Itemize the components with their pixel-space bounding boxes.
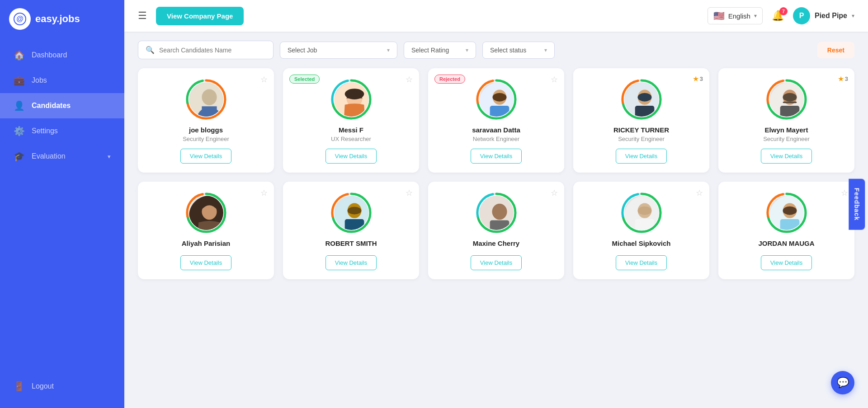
svg-point-6 [202,89,217,105]
select-job-label: Select Job [288,47,317,54]
sidebar-item-settings[interactable]: ⚙️ Settings [0,118,124,144]
sidebar-item-dashboard[interactable]: 🏠 Dashboard [0,42,124,68]
language-selector[interactable]: 🇺🇸 English ▾ [708,7,763,24]
view-details-button[interactable]: View Details [326,255,377,270]
search-input[interactable] [159,47,266,54]
favorite-star[interactable]: ☆ [841,188,848,198]
candidate-name: saravaan Datta [472,126,520,134]
sidebar-item-evaluation[interactable]: 🎓 Evaluation ▾ [0,144,124,169]
header: ☰ View Company Page 🇺🇸 English ▾ 🔔 7 P P… [124,0,868,32]
avatar [479,82,514,117]
favorite-star[interactable]: ☆ [696,188,703,198]
svg-rect-54 [490,220,509,230]
svg-rect-27 [635,106,654,117]
avatar [334,196,368,230]
star-count: 3 [845,75,848,82]
candidate-card: ☆ Michael Sipkovich View Details [573,182,709,279]
chat-button[interactable]: 💬 [831,371,854,394]
sidebar-label-settings: Settings [32,127,58,135]
feedback-button[interactable]: Feedback [849,178,865,230]
view-details-button[interactable]: View Details [471,149,522,164]
svg-rect-8 [202,106,217,117]
favorite-star[interactable]: ☆ [406,75,413,84]
candidate-name: joe bloggs [189,126,223,134]
view-details-button[interactable]: View Details [616,255,667,270]
logout-icon: 🚪 [14,381,24,392]
search-icon: 🔍 [146,46,155,54]
avatar-ring [331,79,372,120]
sidebar-item-logout[interactable]: 🚪 Logout [0,374,124,399]
candidate-role: Network Engineer [473,136,519,142]
svg-point-21 [492,93,506,102]
settings-icon: ⚙️ [14,126,24,136]
avatar-ring [621,79,662,120]
view-details-button[interactable]: View Details [180,255,231,270]
notification-bell[interactable]: 🔔 7 [772,10,784,22]
sidebar-label-jobs: Jobs [32,76,47,84]
sidebar-item-candidates[interactable]: 👤 Candidates [0,93,124,118]
sidebar-label-evaluation: Evaluation [32,152,66,160]
avatar [769,196,804,230]
star-count: 3 [700,75,703,82]
reset-button[interactable]: Reset [817,42,854,58]
avatar-ring [331,192,372,233]
select-status-dropdown[interactable]: Select status ▾ [482,42,555,59]
flag-icon: 🇺🇸 [713,10,725,21]
view-details-button[interactable]: View Details [326,149,377,164]
candidate-card: ☆ joe bloggs Security Engineer View Deta… [138,68,274,173]
view-details-button[interactable]: View Details [761,149,812,164]
view-details-button[interactable]: View Details [180,149,231,164]
candidate-name: RICKEY TURNER [613,126,669,134]
candidate-role: Security Engineer [618,136,665,142]
select-rating-dropdown[interactable]: Select Rating ▾ [404,42,476,59]
view-company-button[interactable]: View Company Page [156,7,244,25]
avatar-ring [766,79,807,120]
avatar: P [793,7,810,24]
view-details-button[interactable]: View Details [761,255,812,270]
avatar-ring [476,79,517,120]
favorite-star[interactable]: ☆ [551,75,558,84]
menu-icon[interactable]: ☰ [138,10,147,22]
candidate-name: Messi F [339,126,363,134]
evaluation-icon: 🎓 [14,151,24,162]
sidebar-nav: 🏠 Dashboard 💼 Jobs 👤 Candidates ⚙️ Setti… [0,42,124,374]
candidates-grid-row1: ☆ joe bloggs Security Engineer View Deta… [138,68,854,173]
search-box[interactable]: 🔍 [138,41,274,59]
svg-rect-67 [780,219,799,230]
star-icon: ★ [693,75,699,83]
svg-point-48 [347,207,361,215]
svg-rect-36 [783,102,797,103]
sidebar: @ easy.jobs 🏠 Dashboard 💼 Jobs 👤 Candida… [0,0,124,408]
candidate-card: ☆ JORDAN MAUGA View Details [718,182,854,279]
favorite-star[interactable]: ☆ [260,188,268,198]
candidate-card: ★ 3 Elwyn Mayert Security Engineer View … [718,68,854,173]
sidebar-label-dashboard: Dashboard [32,51,67,59]
candidate-role: Security Engineer [183,136,229,142]
user-name: Pied Pipe [815,12,847,20]
user-info[interactable]: P Pied Pipe ▾ [793,7,854,24]
sidebar-item-jobs[interactable]: 💼 Jobs [0,68,124,93]
favorite-star[interactable]: ☆ [260,75,268,84]
svg-point-53 [492,204,507,220]
star-rating: ★ 3 [693,75,703,83]
svg-point-61 [637,206,651,215]
svg-rect-47 [344,219,364,230]
view-details-button[interactable]: View Details [616,149,667,164]
view-details-button[interactable]: View Details [471,255,522,270]
chat-icon: 💬 [837,377,849,389]
chevron-down-icon: ▾ [544,47,547,53]
sidebar-logo: @ easy.jobs [0,0,124,38]
avatar-ring [186,79,226,120]
favorite-star[interactable]: ☆ [406,188,413,198]
candidate-role: Security Engineer [763,136,810,142]
status-badge: Selected [289,75,320,84]
notification-badge: 7 [779,7,788,15]
favorite-star[interactable]: ☆ [551,188,558,198]
select-job-dropdown[interactable]: Select Job ▾ [280,42,397,59]
avatar [624,82,659,117]
avatar-ring [766,192,807,233]
avatar [769,82,804,117]
candidate-card: ☆ Aliyah Parisian View Details [138,182,274,279]
star-icon: ★ [838,75,844,83]
candidate-name: JORDAN MAUGA [758,239,814,247]
